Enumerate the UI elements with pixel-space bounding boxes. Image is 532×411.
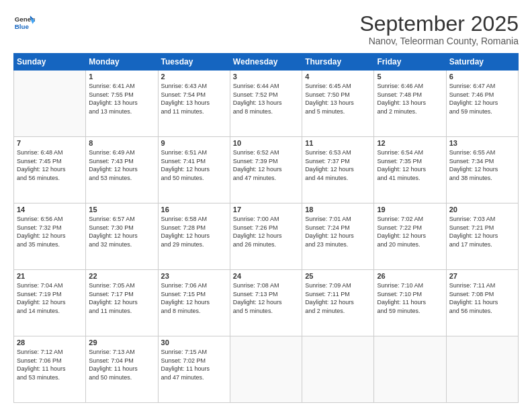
location-title: Nanov, Teleorman County, Romania	[359, 36, 519, 46]
day-info: Sunrise: 6:57 AM Sunset: 7:30 PM Dayligh…	[89, 215, 154, 248]
day-number: 10	[233, 139, 299, 147]
calendar-cell: 1Sunrise: 6:41 AM Sunset: 7:55 PM Daylig…	[86, 71, 158, 137]
title-block: September 2025 Nanov, Teleorman County, …	[359, 12, 519, 46]
calendar-cell: 10Sunrise: 6:52 AM Sunset: 7:39 PM Dayli…	[230, 137, 302, 203]
calendar-cell: 14Sunrise: 6:56 AM Sunset: 7:32 PM Dayli…	[14, 203, 86, 270]
day-number: 15	[89, 205, 154, 214]
day-info: Sunrise: 7:09 AM Sunset: 7:11 PM Dayligh…	[305, 281, 371, 315]
weekday-header: Tuesday	[158, 54, 230, 71]
calendar-cell: 5Sunrise: 6:46 AM Sunset: 7:48 PM Daylig…	[374, 71, 446, 137]
day-number: 8	[89, 139, 154, 147]
calendar-cell: 2Sunrise: 6:43 AM Sunset: 7:54 PM Daylig…	[158, 71, 230, 137]
weekday-header: Monday	[86, 54, 158, 71]
day-number: 14	[17, 205, 83, 214]
calendar-cell: 26Sunrise: 7:10 AM Sunset: 7:10 PM Dayli…	[374, 270, 446, 336]
day-info: Sunrise: 7:05 AM Sunset: 7:17 PM Dayligh…	[89, 281, 154, 315]
calendar-cell: 8Sunrise: 6:49 AM Sunset: 7:43 PM Daylig…	[86, 137, 158, 203]
day-info: Sunrise: 7:06 AM Sunset: 7:15 PM Dayligh…	[161, 281, 227, 315]
day-info: Sunrise: 6:49 AM Sunset: 7:43 PM Dayligh…	[89, 148, 154, 182]
day-number: 23	[161, 272, 227, 280]
weekday-header: Friday	[374, 54, 446, 71]
day-info: Sunrise: 7:01 AM Sunset: 7:24 PM Dayligh…	[305, 215, 371, 248]
day-number: 2	[161, 73, 227, 81]
calendar-cell	[302, 336, 374, 403]
day-info: Sunrise: 6:58 AM Sunset: 7:28 PM Dayligh…	[161, 215, 227, 248]
day-number: 26	[377, 272, 443, 280]
day-info: Sunrise: 7:11 AM Sunset: 7:08 PM Dayligh…	[449, 281, 515, 315]
calendar-cell: 4Sunrise: 6:45 AM Sunset: 7:50 PM Daylig…	[302, 71, 374, 137]
day-info: Sunrise: 6:45 AM Sunset: 7:50 PM Dayligh…	[305, 82, 371, 116]
calendar-cell: 3Sunrise: 6:44 AM Sunset: 7:52 PM Daylig…	[230, 71, 302, 137]
calendar-cell: 13Sunrise: 6:55 AM Sunset: 7:34 PM Dayli…	[446, 137, 518, 203]
calendar-header-row: SundayMondayTuesdayWednesdayThursdayFrid…	[14, 54, 519, 71]
calendar-week-row: 28Sunrise: 7:12 AM Sunset: 7:06 PM Dayli…	[14, 336, 519, 403]
day-info: Sunrise: 6:55 AM Sunset: 7:34 PM Dayligh…	[449, 148, 515, 182]
day-info: Sunrise: 7:13 AM Sunset: 7:04 PM Dayligh…	[89, 348, 154, 381]
day-info: Sunrise: 6:51 AM Sunset: 7:41 PM Dayligh…	[161, 148, 227, 182]
day-info: Sunrise: 7:04 AM Sunset: 7:19 PM Dayligh…	[17, 281, 83, 315]
calendar-cell: 20Sunrise: 7:03 AM Sunset: 7:21 PM Dayli…	[446, 203, 518, 270]
calendar-week-row: 14Sunrise: 6:56 AM Sunset: 7:32 PM Dayli…	[14, 203, 519, 270]
calendar-cell: 7Sunrise: 6:48 AM Sunset: 7:45 PM Daylig…	[14, 137, 86, 203]
day-number: 3	[233, 73, 299, 81]
calendar-cell	[446, 336, 518, 403]
calendar-week-row: 1Sunrise: 6:41 AM Sunset: 7:55 PM Daylig…	[14, 71, 519, 137]
calendar-cell: 16Sunrise: 6:58 AM Sunset: 7:28 PM Dayli…	[158, 203, 230, 270]
day-number: 20	[449, 205, 515, 214]
day-info: Sunrise: 7:15 AM Sunset: 7:02 PM Dayligh…	[161, 348, 227, 381]
day-info: Sunrise: 6:53 AM Sunset: 7:37 PM Dayligh…	[305, 148, 371, 182]
calendar-cell: 17Sunrise: 7:00 AM Sunset: 7:26 PM Dayli…	[230, 203, 302, 270]
day-info: Sunrise: 7:12 AM Sunset: 7:06 PM Dayligh…	[17, 348, 83, 381]
day-number: 24	[233, 272, 299, 280]
day-number: 7	[17, 139, 83, 147]
day-info: Sunrise: 6:54 AM Sunset: 7:35 PM Dayligh…	[377, 148, 443, 182]
calendar-cell	[374, 336, 446, 403]
day-number: 21	[17, 272, 83, 280]
day-info: Sunrise: 7:03 AM Sunset: 7:21 PM Dayligh…	[449, 215, 515, 248]
logo-icon: General Blue	[13, 12, 35, 34]
day-number: 19	[377, 205, 443, 214]
calendar-cell: 28Sunrise: 7:12 AM Sunset: 7:06 PM Dayli…	[14, 336, 86, 403]
day-number: 16	[161, 205, 227, 214]
calendar-cell: 6Sunrise: 6:47 AM Sunset: 7:46 PM Daylig…	[446, 71, 518, 137]
month-title: September 2025	[359, 12, 519, 36]
header: General Blue September 2025 Nanov, Teleo…	[13, 12, 519, 46]
day-number: 28	[17, 338, 83, 347]
calendar-cell: 12Sunrise: 6:54 AM Sunset: 7:35 PM Dayli…	[374, 137, 446, 203]
day-number: 4	[305, 73, 371, 81]
calendar-cell: 25Sunrise: 7:09 AM Sunset: 7:11 PM Dayli…	[302, 270, 374, 336]
day-info: Sunrise: 7:02 AM Sunset: 7:22 PM Dayligh…	[377, 215, 443, 248]
day-info: Sunrise: 6:47 AM Sunset: 7:46 PM Dayligh…	[449, 82, 515, 116]
calendar-week-row: 7Sunrise: 6:48 AM Sunset: 7:45 PM Daylig…	[14, 137, 519, 203]
weekday-header: Saturday	[446, 54, 518, 71]
day-number: 13	[449, 139, 515, 147]
day-number: 9	[161, 139, 227, 147]
svg-text:Blue: Blue	[15, 23, 30, 30]
calendar-cell: 18Sunrise: 7:01 AM Sunset: 7:24 PM Dayli…	[302, 203, 374, 270]
calendar-cell: 15Sunrise: 6:57 AM Sunset: 7:30 PM Dayli…	[86, 203, 158, 270]
calendar-cell	[14, 71, 86, 137]
calendar-cell: 24Sunrise: 7:08 AM Sunset: 7:13 PM Dayli…	[230, 270, 302, 336]
calendar-cell: 29Sunrise: 7:13 AM Sunset: 7:04 PM Dayli…	[86, 336, 158, 403]
calendar-table: SundayMondayTuesdayWednesdayThursdayFrid…	[13, 53, 519, 403]
day-number: 6	[449, 73, 515, 81]
day-number: 1	[89, 73, 154, 81]
weekday-header: Thursday	[302, 54, 374, 71]
calendar-cell: 27Sunrise: 7:11 AM Sunset: 7:08 PM Dayli…	[446, 270, 518, 336]
logo: General Blue	[13, 12, 35, 34]
calendar-cell: 22Sunrise: 7:05 AM Sunset: 7:17 PM Dayli…	[86, 270, 158, 336]
calendar-cell: 23Sunrise: 7:06 AM Sunset: 7:15 PM Dayli…	[158, 270, 230, 336]
calendar-cell: 19Sunrise: 7:02 AM Sunset: 7:22 PM Dayli…	[374, 203, 446, 270]
day-info: Sunrise: 6:48 AM Sunset: 7:45 PM Dayligh…	[17, 148, 83, 182]
calendar-cell: 9Sunrise: 6:51 AM Sunset: 7:41 PM Daylig…	[158, 137, 230, 203]
day-info: Sunrise: 6:43 AM Sunset: 7:54 PM Dayligh…	[161, 82, 227, 116]
calendar-week-row: 21Sunrise: 7:04 AM Sunset: 7:19 PM Dayli…	[14, 270, 519, 336]
calendar-cell	[230, 336, 302, 403]
day-info: Sunrise: 6:44 AM Sunset: 7:52 PM Dayligh…	[233, 82, 299, 116]
day-number: 12	[377, 139, 443, 147]
calendar-cell: 30Sunrise: 7:15 AM Sunset: 7:02 PM Dayli…	[158, 336, 230, 403]
day-info: Sunrise: 6:46 AM Sunset: 7:48 PM Dayligh…	[377, 82, 443, 116]
day-number: 29	[89, 338, 154, 347]
day-info: Sunrise: 7:08 AM Sunset: 7:13 PM Dayligh…	[233, 281, 299, 315]
page: General Blue September 2025 Nanov, Teleo…	[0, 0, 532, 411]
